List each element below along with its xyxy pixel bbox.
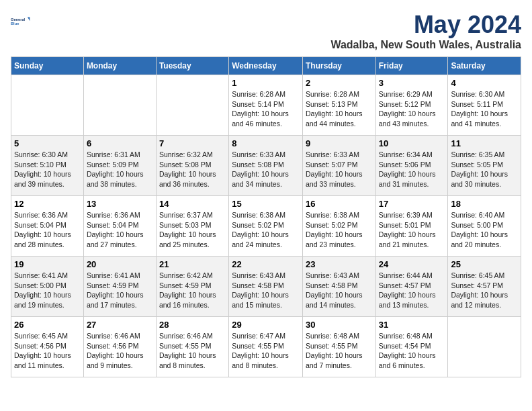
calendar-body: 1Sunrise: 6:28 AM Sunset: 5:14 PM Daylig… [11,75,521,377]
day-number: 2 [306,78,373,88]
day-info: Sunrise: 6:46 AM Sunset: 4:56 PM Dayligh… [87,331,153,371]
calendar-cell: 22Sunrise: 6:43 AM Sunset: 4:58 PM Dayli… [229,257,303,317]
day-info: Sunrise: 6:33 AM Sunset: 5:08 PM Dayligh… [232,150,300,189]
logo: GeneralBlue [11,11,32,32]
day-number: 11 [451,138,518,148]
location: Wadalba, New South Wales, Australia [330,39,521,51]
day-info: Sunrise: 6:45 AM Sunset: 4:56 PM Dayligh… [14,331,81,371]
day-number: 14 [159,199,226,209]
calendar-cell: 16Sunrise: 6:38 AM Sunset: 5:02 PM Dayli… [302,196,375,257]
svg-marker-2 [28,17,30,21]
day-number: 4 [451,78,518,88]
day-number: 10 [379,138,445,148]
calendar-cell: 2Sunrise: 6:28 AM Sunset: 5:13 PM Daylig… [302,75,375,136]
calendar-cell: 4Sunrise: 6:30 AM Sunset: 5:11 PM Daylig… [448,75,521,136]
calendar-cell: 14Sunrise: 6:37 AM Sunset: 5:03 PM Dayli… [156,196,228,257]
svg-text:Blue: Blue [11,21,19,26]
calendar-cell: 12Sunrise: 6:36 AM Sunset: 5:04 PM Dayli… [11,196,84,257]
day-number: 19 [14,259,81,269]
day-number: 26 [14,320,81,330]
day-info: Sunrise: 6:47 AM Sunset: 4:55 PM Dayligh… [232,331,300,371]
day-number: 28 [159,320,226,330]
calendar-cell: 1Sunrise: 6:28 AM Sunset: 5:14 PM Daylig… [229,75,303,136]
day-number: 22 [232,259,300,269]
day-info: Sunrise: 6:45 AM Sunset: 4:57 PM Dayligh… [451,271,518,310]
day-info: Sunrise: 6:28 AM Sunset: 5:13 PM Dayligh… [306,89,373,129]
calendar-table: Sunday Monday Tuesday Wednesday Thursday… [11,56,521,377]
day-number: 16 [306,199,373,209]
day-info: Sunrise: 6:33 AM Sunset: 5:07 PM Dayligh… [306,150,373,189]
header-saturday: Saturday [448,57,521,75]
day-number: 1 [232,78,300,88]
day-info: Sunrise: 6:43 AM Sunset: 4:58 PM Dayligh… [306,271,373,310]
page-header: GeneralBlue May 2024 Wadalba, New South … [11,11,521,51]
calendar-cell: 9Sunrise: 6:33 AM Sunset: 5:07 PM Daylig… [302,136,375,196]
calendar-cell: 25Sunrise: 6:45 AM Sunset: 4:57 PM Dayli… [448,257,521,317]
day-info: Sunrise: 6:28 AM Sunset: 5:14 PM Dayligh… [232,89,300,129]
day-info: Sunrise: 6:32 AM Sunset: 5:08 PM Dayligh… [159,150,226,189]
day-info: Sunrise: 6:36 AM Sunset: 5:04 PM Dayligh… [87,210,153,250]
calendar-cell: 10Sunrise: 6:34 AM Sunset: 5:06 PM Dayli… [375,136,448,196]
day-number: 23 [306,259,373,269]
day-info: Sunrise: 6:31 AM Sunset: 5:09 PM Dayligh… [87,150,153,189]
day-info: Sunrise: 6:29 AM Sunset: 5:12 PM Dayligh… [379,89,445,129]
day-number: 9 [306,138,373,148]
header-tuesday: Tuesday [156,57,228,75]
header-thursday: Thursday [302,57,375,75]
calendar-cell: 8Sunrise: 6:33 AM Sunset: 5:08 PM Daylig… [229,136,303,196]
day-info: Sunrise: 6:34 AM Sunset: 5:06 PM Dayligh… [379,150,445,189]
day-number: 12 [14,199,81,209]
day-number: 30 [306,320,373,330]
calendar-cell [83,75,156,136]
day-info: Sunrise: 6:41 AM Sunset: 5:00 PM Dayligh… [14,271,81,310]
logo-icon: GeneralBlue [11,11,32,32]
day-info: Sunrise: 6:36 AM Sunset: 5:04 PM Dayligh… [14,210,81,250]
calendar-cell: 19Sunrise: 6:41 AM Sunset: 5:00 PM Dayli… [11,257,84,317]
calendar-cell: 20Sunrise: 6:41 AM Sunset: 4:59 PM Dayli… [83,257,156,317]
calendar-cell: 3Sunrise: 6:29 AM Sunset: 5:12 PM Daylig… [375,75,448,136]
month-title: May 2024 [330,11,521,39]
day-number: 6 [87,138,153,148]
calendar-cell [448,317,521,377]
day-info: Sunrise: 6:42 AM Sunset: 4:59 PM Dayligh… [159,271,226,310]
svg-text:General: General [11,17,26,21]
calendar-cell: 18Sunrise: 6:40 AM Sunset: 5:00 PM Dayli… [448,196,521,257]
day-number: 7 [159,138,226,148]
calendar-header: Sunday Monday Tuesday Wednesday Thursday… [11,57,521,75]
day-number: 15 [232,199,300,209]
day-info: Sunrise: 6:41 AM Sunset: 4:59 PM Dayligh… [87,271,153,310]
header-friday: Friday [375,57,448,75]
day-info: Sunrise: 6:39 AM Sunset: 5:01 PM Dayligh… [379,210,445,250]
day-info: Sunrise: 6:40 AM Sunset: 5:00 PM Dayligh… [451,210,518,250]
calendar-cell: 29Sunrise: 6:47 AM Sunset: 4:55 PM Dayli… [229,317,303,377]
title-block: May 2024 Wadalba, New South Wales, Austr… [330,11,521,51]
calendar-cell: 27Sunrise: 6:46 AM Sunset: 4:56 PM Dayli… [83,317,156,377]
day-info: Sunrise: 6:48 AM Sunset: 4:55 PM Dayligh… [306,331,373,371]
calendar-cell: 13Sunrise: 6:36 AM Sunset: 5:04 PM Dayli… [83,196,156,257]
day-number: 13 [87,199,153,209]
calendar-cell: 30Sunrise: 6:48 AM Sunset: 4:55 PM Dayli… [302,317,375,377]
day-info: Sunrise: 6:30 AM Sunset: 5:11 PM Dayligh… [451,89,518,129]
calendar-cell [11,75,84,136]
day-info: Sunrise: 6:46 AM Sunset: 4:55 PM Dayligh… [159,331,226,371]
calendar-week-row: 26Sunrise: 6:45 AM Sunset: 4:56 PM Dayli… [11,317,521,377]
calendar-week-row: 1Sunrise: 6:28 AM Sunset: 5:14 PM Daylig… [11,75,521,136]
day-number: 17 [379,199,445,209]
calendar-week-row: 5Sunrise: 6:30 AM Sunset: 5:10 PM Daylig… [11,136,521,196]
header-sunday: Sunday [11,57,84,75]
day-info: Sunrise: 6:30 AM Sunset: 5:10 PM Dayligh… [14,150,81,189]
day-info: Sunrise: 6:38 AM Sunset: 5:02 PM Dayligh… [306,210,373,250]
day-number: 18 [451,199,518,209]
day-info: Sunrise: 6:43 AM Sunset: 4:58 PM Dayligh… [232,271,300,310]
day-number: 24 [379,259,445,269]
day-number: 27 [87,320,153,330]
day-info: Sunrise: 6:37 AM Sunset: 5:03 PM Dayligh… [159,210,226,250]
day-info: Sunrise: 6:38 AM Sunset: 5:02 PM Dayligh… [232,210,300,250]
day-number: 29 [232,320,300,330]
calendar-cell: 17Sunrise: 6:39 AM Sunset: 5:01 PM Dayli… [375,196,448,257]
day-number: 20 [87,259,153,269]
day-number: 3 [379,78,445,88]
calendar-cell: 31Sunrise: 6:48 AM Sunset: 4:54 PM Dayli… [375,317,448,377]
calendar-cell: 5Sunrise: 6:30 AM Sunset: 5:10 PM Daylig… [11,136,84,196]
header-wednesday: Wednesday [229,57,303,75]
